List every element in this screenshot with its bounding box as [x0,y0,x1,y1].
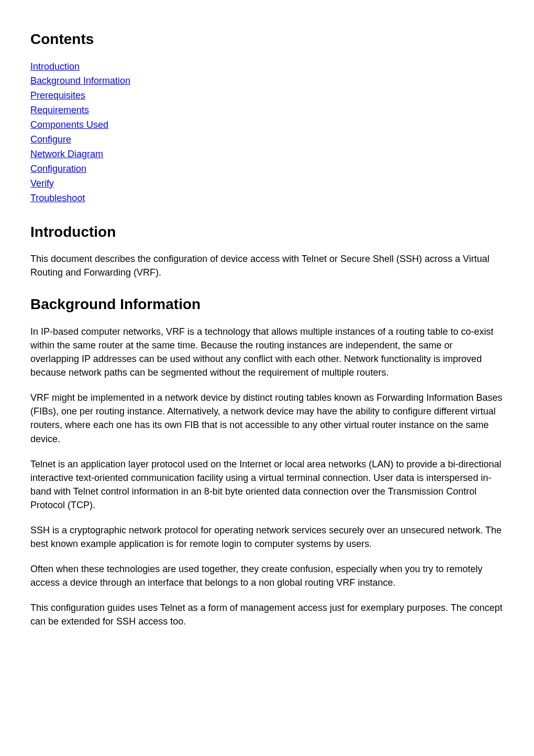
table-of-contents: Introduction Background Information Prer… [30,60,504,206]
background-paragraph-4: SSH is a cryptographic network protocol … [30,523,504,551]
toc-link-components-used[interactable]: Components Used [30,118,108,133]
background-paragraph-3: Telnet is an application layer protocol … [30,457,504,512]
background-paragraph-2: VRF might be implemented in a network de… [30,391,504,445]
background-paragraph-6: This configuration guides uses Telnet as… [30,601,504,628]
toc-link-configure[interactable]: Configure [30,133,71,147]
toc-link-configuration[interactable]: Configuration [30,162,86,177]
toc-link-troubleshoot[interactable]: Troubleshoot [30,191,85,206]
contents-heading: Contents [30,29,504,50]
background-paragraph-5: Often when these technologies are used t… [30,562,504,589]
introduction-heading: Introduction [30,222,504,243]
toc-link-background[interactable]: Background Information [30,74,130,89]
introduction-paragraph: This document describes the configuratio… [30,252,504,279]
toc-link-network-diagram[interactable]: Network Diagram [30,147,103,162]
toc-link-requirements[interactable]: Requirements [30,103,89,118]
background-paragraph-1: In IP-based computer networks, VRF is a … [30,325,504,379]
toc-link-prerequisites[interactable]: Prerequisites [30,89,85,103]
background-heading: Background Information [30,294,504,315]
toc-link-introduction[interactable]: Introduction [30,60,80,74]
toc-link-verify[interactable]: Verify [30,177,54,191]
